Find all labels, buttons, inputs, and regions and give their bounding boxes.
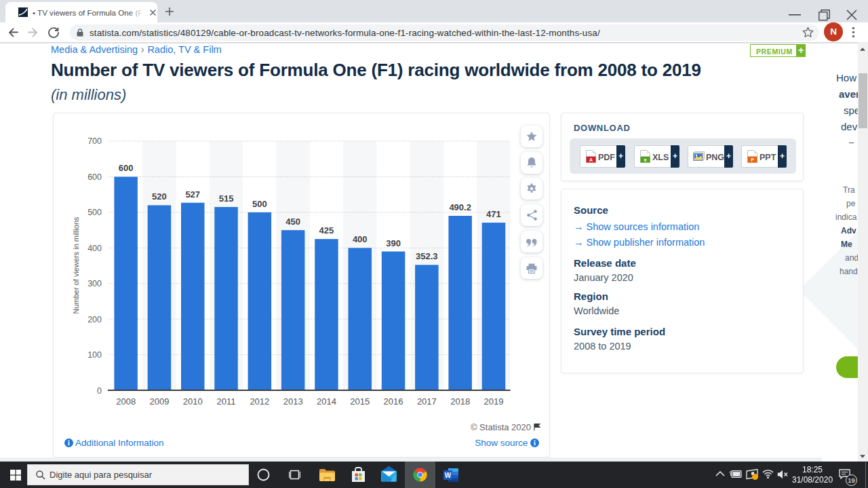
svg-text:700: 700 <box>87 136 102 146</box>
svg-text:2017: 2017 <box>417 396 437 407</box>
svg-text:490.2: 490.2 <box>449 202 471 212</box>
svg-text:450: 450 <box>285 217 300 227</box>
svg-text:300: 300 <box>87 279 102 288</box>
svg-text:2015: 2015 <box>350 396 370 407</box>
svg-text:471: 471 <box>486 209 501 219</box>
svg-text:2009: 2009 <box>149 396 169 407</box>
svg-text:352.3: 352.3 <box>416 251 438 261</box>
svg-text:500: 500 <box>252 199 267 209</box>
svg-text:600: 600 <box>119 163 134 173</box>
svg-text:400: 400 <box>87 244 102 253</box>
svg-text:520: 520 <box>152 191 167 202</box>
svg-text:515: 515 <box>219 193 234 204</box>
svg-text:P: P <box>751 157 754 162</box>
svg-text:A: A <box>589 157 593 162</box>
svg-text:2013: 2013 <box>283 396 303 407</box>
svg-text:2008: 2008 <box>116 396 136 407</box>
svg-text:2019: 2019 <box>484 396 503 407</box>
svg-text:425: 425 <box>319 225 334 236</box>
svg-text:2010: 2010 <box>183 396 203 407</box>
svg-text:400: 400 <box>353 234 368 244</box>
svg-text:390: 390 <box>386 238 401 248</box>
svg-text:2014: 2014 <box>317 396 336 407</box>
svg-text:100: 100 <box>87 350 102 360</box>
svg-text:2012: 2012 <box>250 396 269 407</box>
svg-text:W: W <box>445 472 452 479</box>
svg-text:Number of viewers in millions: Number of viewers in millions <box>72 217 80 314</box>
svg-text:x: x <box>644 157 647 163</box>
svg-text:0: 0 <box>97 386 102 396</box>
svg-text:2018: 2018 <box>450 396 470 407</box>
svg-text:600: 600 <box>87 172 102 182</box>
svg-text:2011: 2011 <box>217 396 236 407</box>
svg-text:2016: 2016 <box>384 396 403 407</box>
svg-text:500: 500 <box>87 208 102 217</box>
svg-text:200: 200 <box>87 315 102 324</box>
svg-text:527: 527 <box>185 189 200 200</box>
